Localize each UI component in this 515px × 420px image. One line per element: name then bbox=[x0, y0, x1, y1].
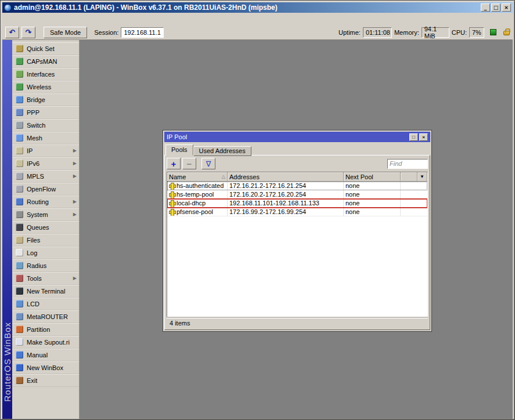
sidebar-item[interactable]: Mesh ▶ bbox=[12, 132, 79, 144]
cpu-value: 7% bbox=[469, 27, 484, 38]
memory-value: 94.1 MiB bbox=[422, 27, 449, 38]
radius-icon bbox=[16, 262, 23, 269]
sidebar-item[interactable]: MPLS ▶ bbox=[12, 170, 79, 183]
column-select-dropdown[interactable]: ▼ bbox=[417, 172, 427, 181]
close-button[interactable]: × bbox=[502, 3, 511, 12]
sidebar-item[interactable]: OpenFlow ▶ bbox=[12, 183, 79, 195]
sidebar-item[interactable]: Quick Set ▶ bbox=[12, 42, 79, 55]
sidebar-item[interactable]: Tools ▶ bbox=[12, 272, 79, 285]
column-header-addresses[interactable]: Addresses bbox=[228, 172, 344, 181]
pool-icon bbox=[169, 200, 175, 207]
sidebar-item[interactable]: LCD ▶ bbox=[12, 298, 79, 310]
redo-icon[interactable]: ↷ bbox=[21, 27, 35, 38]
table-row[interactable]: pfsense-pool 172.16.99.2-172.16.99.254 n… bbox=[167, 208, 427, 216]
table-row[interactable]: local-dhcp 192.168.11.101-192.168.11.133… bbox=[167, 199, 427, 208]
make-supout-icon bbox=[16, 338, 23, 346]
queues-icon bbox=[16, 223, 23, 231]
sidebar-item[interactable]: Partition ▶ bbox=[12, 323, 79, 336]
items-count: 4 items bbox=[170, 320, 190, 327]
ip-pool-tabs: Pools Used Addresses bbox=[164, 142, 430, 155]
filter-icon[interactable]: ∇ bbox=[201, 158, 215, 169]
menu-item[interactable] bbox=[5, 17, 15, 21]
sidebar-item[interactable]: Interfaces ▶ bbox=[12, 68, 79, 81]
openflow-icon bbox=[16, 185, 23, 193]
table-row[interactable]: hs-temp-pool 172.16.20.2-172.16.20.254 n… bbox=[167, 190, 427, 199]
tab-used-addresses[interactable]: Used Addresses bbox=[193, 146, 251, 156]
sidebar-item[interactable]: Wireless ▶ bbox=[12, 81, 79, 93]
pool-table: Name △ Addresses Next Pool ▼ bbox=[167, 172, 428, 317]
sidebar-item[interactable]: IPv6 ▶ bbox=[12, 157, 79, 170]
sidebar-item[interactable]: Files ▶ bbox=[12, 234, 79, 247]
connection-status-icon bbox=[490, 29, 496, 35]
ip-pool-close-button[interactable]: × bbox=[419, 133, 428, 141]
table-row[interactable]: hs-authenticated 172.16.21.2-172.16.21.2… bbox=[167, 182, 427, 190]
sidebar-item[interactable]: IP ▶ bbox=[12, 144, 79, 157]
ip-pool-window: IP Pool □ × Pools Used Addresses + − ∇ N… bbox=[163, 130, 432, 332]
add-pool-button[interactable]: + bbox=[167, 158, 181, 169]
maximize-button[interactable]: □ bbox=[491, 3, 500, 12]
app-title: admin@192.168.11.1 (LAPING) - WinBox v6.… bbox=[14, 3, 478, 12]
sidebar-item[interactable]: System ▶ bbox=[12, 208, 79, 221]
log-icon bbox=[16, 249, 23, 256]
ip-pool-title: IP Pool bbox=[167, 133, 409, 140]
sidebar-item[interactable]: Exit ▶ bbox=[12, 374, 79, 387]
session-field[interactable]: 192.168.11.1 bbox=[121, 27, 164, 38]
system-icon bbox=[16, 211, 23, 218]
uptime-value: 01:11:08 bbox=[363, 27, 392, 38]
column-header-name[interactable]: Name △ bbox=[167, 172, 228, 181]
secure-session-lock-icon bbox=[503, 31, 510, 35]
app-titlebar: admin@192.168.11.1 (LAPING) - WinBox v6.… bbox=[2, 2, 513, 13]
session-label: Session: bbox=[94, 29, 118, 36]
find-input[interactable] bbox=[387, 159, 428, 169]
column-header-next-pool[interactable]: Next Pool bbox=[344, 172, 401, 181]
ip-icon bbox=[16, 147, 23, 154]
pool-table-header: Name △ Addresses Next Pool ▼ bbox=[167, 172, 427, 182]
memory-label: Memory: bbox=[394, 29, 419, 36]
files-icon bbox=[16, 236, 23, 244]
safe-mode-button[interactable]: Safe Mode bbox=[44, 27, 87, 38]
mesh-icon bbox=[16, 134, 23, 142]
sidebar-item[interactable]: Switch ▶ bbox=[12, 119, 79, 132]
exit-icon bbox=[16, 376, 23, 384]
pool-toolbar: + − ∇ bbox=[167, 157, 428, 172]
chevron-down-icon: ▼ bbox=[420, 174, 424, 179]
tab-pools[interactable]: Pools bbox=[165, 144, 193, 155]
sidebar-item[interactable]: Routing ▶ bbox=[12, 195, 79, 208]
quick-set-icon bbox=[16, 45, 23, 52]
menu-item[interactable] bbox=[26, 17, 36, 21]
menu-item[interactable] bbox=[15, 17, 26, 21]
minimize-button[interactable]: _ bbox=[481, 3, 490, 12]
sidebar-item[interactable]: New Terminal ▶ bbox=[12, 285, 79, 298]
partition-icon bbox=[16, 325, 23, 333]
sidebar-item[interactable]: Log ▶ bbox=[12, 247, 79, 259]
undo-icon[interactable]: ↶ bbox=[5, 27, 19, 38]
uptime-label: Uptime: bbox=[338, 29, 361, 36]
switch-icon bbox=[16, 121, 23, 129]
toolbar: ↶ ↷ Safe Mode Session: 192.168.11.1 Upti… bbox=[2, 25, 513, 40]
ip-pool-maximize-button[interactable]: □ bbox=[409, 133, 418, 141]
sidebar-item[interactable]: Manual ▶ bbox=[12, 349, 79, 361]
new-terminal-icon bbox=[16, 287, 23, 295]
submenu-arrow-icon: ▶ bbox=[73, 276, 77, 281]
submenu-arrow-icon: ▶ bbox=[73, 161, 77, 166]
mpls-icon bbox=[16, 172, 23, 180]
sidebar-item[interactable]: PPP ▶ bbox=[12, 106, 79, 119]
pool-icon bbox=[169, 191, 175, 198]
manual-icon bbox=[16, 351, 23, 359]
sidebar-item[interactable]: CAPsMAN ▶ bbox=[12, 55, 79, 68]
winbox-logo-icon bbox=[4, 4, 12, 12]
ip-pool-titlebar[interactable]: IP Pool □ × bbox=[164, 132, 430, 142]
cpu-label: CPU: bbox=[452, 29, 467, 36]
sidebar-item[interactable]: Make Supout.rif ▶ bbox=[12, 336, 79, 349]
ppp-icon bbox=[16, 108, 23, 116]
sidebar-item[interactable]: Queues ▶ bbox=[12, 221, 79, 234]
remove-pool-button[interactable]: − bbox=[182, 158, 196, 169]
routeros-winbox-brand: RouterOS WinBox bbox=[2, 322, 12, 402]
sidebar-item[interactable]: New WinBox ▶ bbox=[12, 361, 79, 374]
sidebar-item[interactable]: Bridge ▶ bbox=[12, 93, 79, 106]
sidebar-item[interactable]: Radius ▶ bbox=[12, 259, 79, 272]
submenu-arrow-icon: ▶ bbox=[73, 148, 77, 153]
submenu-arrow-icon: ▶ bbox=[73, 212, 77, 217]
sidebar-item[interactable]: MetaROUTER ▶ bbox=[12, 310, 79, 323]
tools-icon bbox=[16, 274, 23, 282]
